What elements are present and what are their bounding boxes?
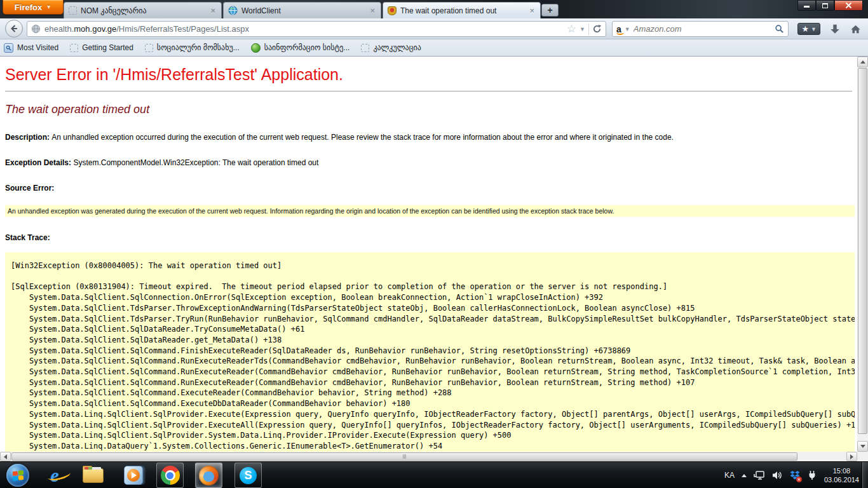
- divider: [588, 24, 589, 35]
- stack-trace-box: [Win32Exception (0x80004005): The wait o…: [5, 252, 855, 452]
- show-hidden-icons-button[interactable]: [742, 474, 747, 477]
- description-text: An unhandled exception occurred during t…: [51, 133, 674, 142]
- thumb-grip: [404, 454, 405, 459]
- minimize-button[interactable]: [797, 0, 816, 11]
- scrollbar-corner: [857, 452, 868, 461]
- source-error-box: An unhandled exception was generated dur…: [5, 205, 855, 217]
- bookmark-label: Most Visited: [17, 43, 58, 52]
- bookmark-getting-started[interactable]: Getting Started: [70, 43, 133, 52]
- description-line: Description: An unhandled exception occu…: [5, 133, 857, 142]
- amazon-search-engine-icon[interactable]: a: [616, 26, 621, 32]
- tab-worldclient[interactable]: WorldClient ×: [223, 2, 381, 18]
- most-visited-icon: [4, 43, 13, 53]
- stack-trace-text: [Win32Exception (0x80004005): The wait o…: [11, 261, 855, 452]
- scroll-left-icon: [4, 454, 7, 459]
- vertical-scrollbar[interactable]: [857, 57, 868, 452]
- home-button[interactable]: [850, 24, 862, 35]
- back-button[interactable]: [5, 20, 23, 37]
- globe-favicon-icon: [228, 6, 238, 15]
- dropbox-error-icon[interactable]: ✕: [790, 470, 800, 480]
- media-player-button[interactable]: [122, 464, 145, 486]
- placeholder-favicon-icon: [361, 44, 369, 52]
- urlbar-actions: ☆ ▼: [567, 22, 602, 36]
- bookmark-label: კალკულაცია: [373, 43, 421, 52]
- error-page-title: Server Error in '/Hmis/ReferralsTest' Ap…: [5, 65, 857, 84]
- search-bar[interactable]: a ▼: [612, 21, 789, 37]
- bookmark-most-visited[interactable]: Most Visited: [4, 43, 58, 53]
- browser-title-bar: Firefox ▼ NOM კანცელარია × WorldClient ×…: [0, 0, 868, 18]
- skype-taskbar-button[interactable]: S: [234, 463, 262, 488]
- start-button[interactable]: [6, 464, 29, 487]
- folder-icon: [83, 468, 104, 483]
- bookmarks-star-icon: ★: [801, 25, 809, 33]
- language-indicator[interactable]: KA: [724, 471, 735, 480]
- downloads-button[interactable]: [829, 24, 841, 35]
- scroll-up-icon: [860, 60, 865, 64]
- media-player-icon: [124, 466, 143, 485]
- chrome-taskbar-button[interactable]: [156, 463, 184, 488]
- minimize-icon: [804, 6, 810, 8]
- chevron-down-icon: ▼: [811, 26, 817, 32]
- new-tab-button[interactable]: +: [541, 4, 559, 17]
- tab-title: WorldClient: [241, 6, 365, 15]
- scroll-left-button[interactable]: [0, 452, 11, 461]
- search-icon[interactable]: [775, 24, 784, 34]
- exception-details-text: System.ComponentModel.Win32Exception: Th…: [73, 158, 318, 167]
- scroll-right-button[interactable]: [846, 452, 857, 461]
- navigation-toolbar: ehealth.moh.gov.ge/Hmis/ReferralsTest/Pa…: [0, 18, 868, 39]
- maximize-button[interactable]: [816, 0, 834, 11]
- url-domain: moh.gov.ge: [74, 24, 116, 34]
- bookmark-star-icon[interactable]: ☆: [567, 22, 576, 36]
- close-icon[interactable]: ×: [209, 6, 217, 15]
- scroll-up-button[interactable]: [857, 57, 868, 67]
- url-text: ehealth.moh.gov.ge/Hmis/ReferralsTest/Pa…: [44, 24, 563, 34]
- close-window-button[interactable]: [834, 0, 863, 11]
- search-input[interactable]: [634, 24, 771, 34]
- windows-taskbar: e S KA: [0, 461, 868, 488]
- url-bar[interactable]: ehealth.moh.gov.ge/Hmis/ReferralsTest/Pa…: [27, 21, 606, 37]
- firefox-icon: [199, 466, 219, 485]
- volume-icon[interactable]: [772, 470, 783, 480]
- exception-details-label: Exception Details:: [5, 158, 73, 167]
- windows-explorer-button[interactable]: [81, 464, 104, 486]
- clock[interactable]: 15:08 03.06.2014: [824, 466, 859, 484]
- tab-nom-kancelaria[interactable]: NOM კანცელარია ×: [64, 2, 222, 18]
- tab-wait-operation-timed-out[interactable]: The wait operation timed out ×: [383, 2, 541, 18]
- divider: [5, 91, 852, 92]
- windows-logo-icon: [13, 470, 24, 480]
- site-globe-icon: [31, 24, 41, 34]
- scroll-down-button[interactable]: [857, 441, 868, 452]
- bookmark-calculation[interactable]: კალკულაცია: [361, 43, 421, 52]
- internet-explorer-button[interactable]: e: [43, 464, 66, 486]
- green-globe-icon: [251, 43, 261, 53]
- horizontal-scroll-thumb[interactable]: [11, 452, 797, 461]
- search-engine-caret-icon[interactable]: ▼: [625, 26, 630, 32]
- close-icon[interactable]: ×: [369, 6, 376, 15]
- power-plug-icon[interactable]: [807, 470, 817, 480]
- chrome-icon: [161, 466, 180, 485]
- vertical-scroll-thumb[interactable]: [858, 68, 867, 434]
- firefox-menu-button[interactable]: Firefox ▼: [3, 0, 64, 15]
- placeholder-favicon-icon: [70, 44, 78, 52]
- chevron-down-icon: ▼: [46, 4, 51, 10]
- dropdown-caret-icon[interactable]: ▼: [580, 26, 585, 32]
- georgia-emblem-favicon-icon: [388, 6, 397, 15]
- show-desktop-button[interactable]: [862, 462, 868, 488]
- reload-icon[interactable]: [592, 24, 602, 34]
- bookmarks-panel-button[interactable]: ★ ▼: [797, 23, 820, 35]
- bookmark-label: Getting Started: [82, 43, 133, 52]
- stack-trace-label: Stack Trace:: [5, 233, 857, 242]
- horizontal-scrollbar[interactable]: [0, 452, 857, 461]
- page-content: Server Error in '/Hmis/ReferralsTest' Ap…: [0, 57, 857, 452]
- skype-icon: S: [240, 467, 257, 484]
- placeholder-favicon-icon: [69, 6, 77, 15]
- error-page-subtitle: The wait operation timed out: [5, 103, 857, 116]
- bookmark-social-services[interactable]: სოციალური მომსახუ...: [145, 43, 240, 52]
- system-tray: KA ✕ 15:0: [724, 462, 859, 488]
- tab-title: The wait operation timed out: [400, 6, 524, 15]
- bookmark-label: სოციალური მომსახუ...: [157, 43, 240, 52]
- bookmark-information-system[interactable]: საინფორმაციო სისტე...: [251, 43, 350, 53]
- firefox-taskbar-button[interactable]: [195, 463, 222, 488]
- network-icon[interactable]: [754, 470, 765, 480]
- close-icon[interactable]: ×: [528, 6, 536, 15]
